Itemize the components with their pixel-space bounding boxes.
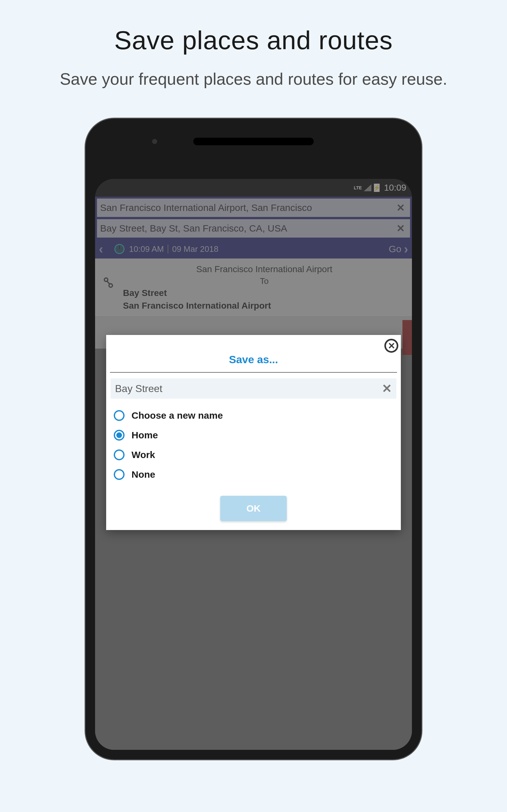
save-as-dialog: ✕ Save as... Bay Street ✕ Choose a new n…	[106, 335, 401, 530]
phone-frame: LTE ⚡ 10:09 San Francisco International …	[86, 119, 421, 759]
radio-label: Choose a new name	[131, 410, 223, 421]
phone-speaker	[193, 138, 314, 145]
radio-option[interactable]: None	[114, 465, 393, 484]
radio-option[interactable]: Choose a new name	[114, 406, 393, 425]
phone-camera	[152, 139, 157, 144]
close-dialog-icon[interactable]: ✕	[384, 339, 398, 353]
page-subtitle: Save your frequent places and routes for…	[0, 55, 507, 90]
ok-button[interactable]: OK	[220, 496, 287, 521]
radio-icon[interactable]	[114, 469, 124, 480]
radio-icon[interactable]	[114, 430, 124, 441]
page-title: Save places and routes	[0, 0, 507, 55]
name-input-value: Bay Street	[115, 383, 382, 395]
dialog-divider	[110, 372, 397, 373]
radio-label: None	[131, 469, 155, 480]
radio-label: Home	[131, 430, 158, 441]
radio-icon[interactable]	[114, 410, 124, 421]
radio-icon[interactable]	[114, 450, 124, 460]
radio-label: Work	[131, 450, 155, 460]
phone-screen: LTE ⚡ 10:09 San Francisco International …	[95, 179, 412, 750]
name-input[interactable]: Bay Street ✕	[111, 378, 396, 399]
radio-option[interactable]: Home	[114, 425, 393, 445]
radio-option[interactable]: Work	[114, 445, 393, 465]
dialog-title: Save as...	[106, 335, 401, 372]
radio-group: Choose a new nameHomeWorkNone	[106, 406, 401, 484]
clear-name-icon[interactable]: ✕	[382, 382, 392, 396]
